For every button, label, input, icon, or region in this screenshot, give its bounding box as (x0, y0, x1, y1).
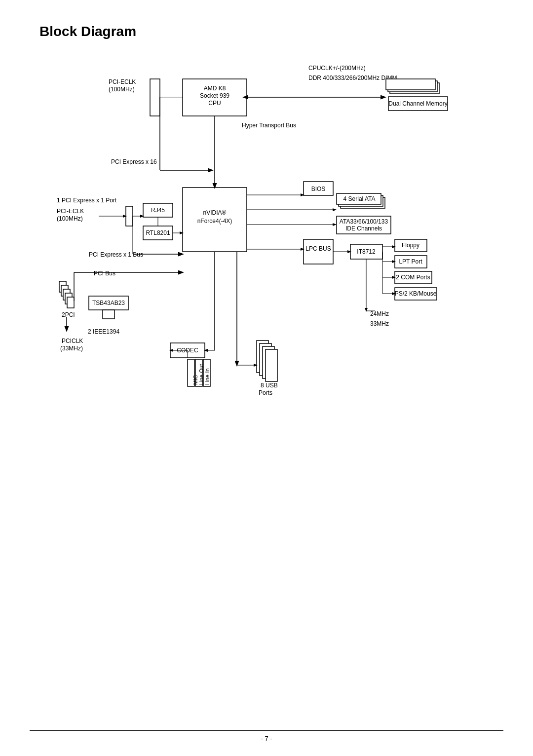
svg-text:PCICLK: PCICLK (62, 338, 83, 344)
svg-text:ATA33/66/100/133: ATA33/66/100/133 (340, 218, 388, 225)
svg-text:24MHz: 24MHz (370, 310, 389, 317)
svg-rect-16 (150, 79, 160, 116)
footer-page-number: - 7 - (261, 735, 272, 742)
svg-text:2 IEEE1394: 2 IEEE1394 (88, 328, 119, 335)
svg-text:2 COM Ports: 2 COM Ports (396, 274, 430, 281)
svg-text:PCI-ECLK: PCI-ECLK (109, 78, 136, 85)
svg-text:Floppy: Floppy (402, 242, 419, 249)
svg-text:Dual Channel Memory: Dual Channel Memory (388, 100, 447, 107)
svg-rect-86 (103, 310, 114, 319)
svg-text:1 PCI Express x 1 Port: 1 PCI Express x 1 Port (57, 197, 117, 204)
svg-text:Hyper Transport Bus: Hyper Transport Bus (242, 122, 296, 129)
page-footer: - 7 - (30, 730, 503, 742)
svg-text:Socket 939: Socket 939 (200, 92, 229, 99)
svg-text:LPT Port: LPT Port (399, 258, 422, 265)
svg-text:AMD K8: AMD K8 (204, 85, 226, 92)
svg-text:RJ45: RJ45 (151, 207, 165, 214)
svg-text:BIOS: BIOS (311, 186, 326, 192)
svg-text:(33MHz): (33MHz) (60, 345, 83, 352)
svg-text:4 Serial ATA: 4 Serial ATA (343, 195, 376, 202)
svg-text:TSB43AB23: TSB43AB23 (92, 300, 125, 306)
svg-text:CPUCLK+/-(200MHz): CPUCLK+/-(200MHz) (308, 65, 366, 72)
svg-text:Line-In: Line-In (204, 368, 210, 385)
svg-text:LPC BUS: LPC BUS (305, 245, 331, 252)
diagram-container: AMD K8 Socket 939 CPU CPUCLK+/-(200MHz) … (30, 49, 503, 716)
page-title: Block Diagram (39, 24, 136, 39)
svg-text:DDR 400/333/266/200MHz DIMM: DDR 400/333/266/200MHz DIMM (308, 75, 397, 81)
svg-text:33MHz: 33MHz (370, 320, 389, 327)
svg-text:8 USB: 8 USB (261, 382, 278, 389)
svg-text:nVIDIA®: nVIDIA® (203, 209, 227, 216)
svg-rect-39 (126, 206, 133, 226)
svg-rect-95 (266, 349, 277, 381)
svg-rect-8 (386, 79, 435, 90)
svg-text:PCI Express x 16: PCI Express x 16 (111, 158, 157, 165)
svg-text:PCI Bus: PCI Bus (94, 270, 115, 277)
svg-text:Ports: Ports (259, 389, 272, 396)
svg-text:IDE Channels: IDE Channels (345, 225, 382, 232)
svg-text:PS/2 KB/Mouse: PS/2 KB/Mouse (395, 290, 437, 297)
svg-text:CPU: CPU (208, 100, 221, 107)
svg-text:(100MHz): (100MHz) (109, 86, 135, 93)
svg-text:PCI Express x 1 Bus: PCI Express x 1 Bus (89, 251, 143, 258)
svg-text:(100MHz): (100MHz) (57, 215, 83, 222)
svg-text:2PCI: 2PCI (62, 311, 75, 318)
svg-text:RTL8201: RTL8201 (146, 229, 170, 236)
svg-rect-80 (67, 297, 74, 308)
svg-text:nForce4(-4X): nForce4(-4X) (197, 218, 232, 225)
svg-text:IT8712: IT8712 (357, 248, 376, 255)
footer-divider (30, 730, 503, 731)
svg-text:PCI-ECLK: PCI-ECLK (57, 208, 84, 215)
